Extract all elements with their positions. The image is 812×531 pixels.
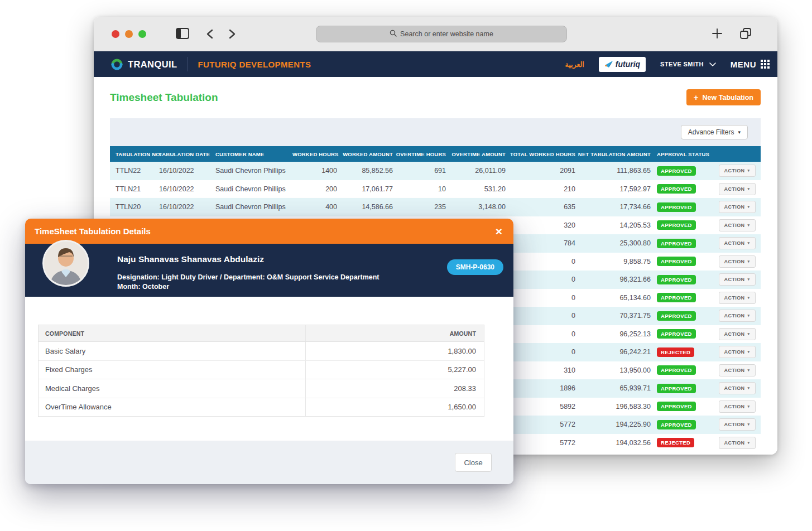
action-button[interactable]: ACTION ▾: [719, 183, 756, 195]
action-button[interactable]: ACTION ▾: [719, 328, 756, 340]
caret-down-icon: ▾: [747, 205, 749, 209]
cell-net-tabulation-amount: 25,300.80: [575, 239, 651, 247]
app-navbar: TRANQUIL FUTURIQ DEVELOPMENTS العربية fu…: [94, 51, 777, 77]
cell-total-worked-hours: 0: [506, 312, 575, 320]
brand-name: TRANQUIL: [128, 59, 177, 70]
action-button[interactable]: ACTION ▾: [719, 310, 756, 322]
minimize-window-button[interactable]: [125, 30, 133, 38]
action-label: ACTION: [724, 223, 745, 228]
components-table: COMPONENT AMOUNT Basic Salary 1,830.00 F…: [38, 325, 484, 417]
cell-net-tabulation-amount: 96,321.66: [575, 276, 651, 283]
header-overtime-hours: OVERTIME HOURS: [393, 151, 446, 157]
caret-down-icon: ▾: [747, 187, 749, 191]
menu-label: MENU: [731, 60, 756, 69]
status-badge: APPROVED: [657, 202, 696, 212]
cell-overtime-hours: 10: [393, 185, 446, 193]
cell-net-tabulation-amount: 14,205.53: [575, 221, 651, 229]
address-bar[interactable]: Search or enter website name: [316, 26, 567, 42]
header-component: COMPONENT: [39, 325, 306, 341]
zoom-window-button[interactable]: [138, 30, 146, 38]
action-button[interactable]: ACTION ▾: [719, 418, 756, 431]
back-icon[interactable]: [206, 29, 213, 41]
search-icon: [390, 30, 397, 38]
modal-title: TimeSheet Tabulation Details: [35, 226, 151, 236]
advance-filters-button[interactable]: Advance Filters ▾: [681, 125, 748, 139]
components-header-row: COMPONENT AMOUNT: [39, 325, 484, 342]
action-label: ACTION: [724, 385, 745, 391]
cell-overtime-amount: 3,148.00: [446, 203, 506, 211]
header-total-worked-hours: TOTAL WORKED HOURS: [506, 151, 575, 157]
modal-footer: Close: [25, 441, 513, 484]
language-link[interactable]: العربية: [565, 60, 584, 69]
cell-worked-amount: 17,061.77: [337, 185, 393, 193]
action-button[interactable]: ACTION ▾: [719, 201, 756, 213]
status-badge: APPROVED: [657, 384, 696, 393]
header-worked-amount: WORKED AMOUNT: [337, 151, 393, 157]
action-button[interactable]: ACTION ▾: [719, 400, 756, 413]
cell-net-tabulation-amount: 70,371.75: [575, 312, 651, 320]
employee-id-badge: SMH-P-0630: [447, 259, 503, 275]
employee-banner: Naju Shanavas Shanavas Abdulaziz Designa…: [25, 244, 513, 297]
caret-down-icon: ▾: [747, 241, 749, 245]
menu-button[interactable]: MENU: [731, 60, 770, 69]
close-window-button[interactable]: [112, 30, 119, 38]
cell-total-worked-hours: 0: [506, 258, 575, 266]
cell-total-worked-hours: 2091: [506, 167, 575, 175]
action-button[interactable]: ACTION ▾: [719, 165, 756, 177]
status-badge: REJECTED: [657, 438, 694, 447]
cell-net-tabulation-amount: 65,134.60: [575, 294, 651, 302]
cell-amount: 208.33: [306, 384, 484, 393]
action-label: ACTION: [724, 277, 745, 282]
status-badge: APPROVED: [657, 166, 696, 176]
cell-customer-name: Saudi Chevron Phillips: [215, 185, 292, 193]
status-badge: APPROVED: [657, 402, 696, 411]
tabs-overview-icon[interactable]: [739, 27, 752, 42]
table-row: TTLN20 16/10/2022 Saudi Chevron Phillips…: [110, 198, 761, 216]
caret-down-icon: ▾: [747, 386, 749, 390]
action-button[interactable]: ACTION ▾: [719, 346, 756, 358]
cell-tabulation-date: 16/10/2022: [159, 185, 215, 193]
navbar-right: العربية futuriq STEVE SMITH MENU: [565, 57, 770, 72]
cell-customer-name: Saudi Chevron Phillips: [215, 203, 292, 211]
action-button[interactable]: ACTION ▾: [719, 219, 756, 231]
action-label: ACTION: [724, 259, 745, 264]
cell-net-tabulation-amount: 96,252.13: [575, 330, 651, 338]
header-overtime-amount: OVERTIME AMOUNT: [446, 151, 506, 157]
new-tabulation-label: New Tabulation: [703, 94, 753, 102]
cell-total-worked-hours: 310: [506, 366, 575, 374]
close-button[interactable]: Close: [455, 453, 492, 472]
cell-net-tabulation-amount: 194,032.56: [575, 439, 651, 447]
close-icon[interactable]: ×: [496, 225, 502, 237]
cell-tabulation-date: 16/10/2022: [159, 167, 215, 175]
cell-worked-amount: 85,852.56: [337, 167, 393, 175]
futuriq-logo-text: futuriq: [616, 60, 640, 69]
action-button[interactable]: ACTION ▾: [719, 292, 756, 304]
cell-net-tabulation-amount: 17,592.97: [575, 185, 651, 193]
action-button[interactable]: ACTION ▾: [719, 437, 756, 449]
action-label: ACTION: [724, 295, 745, 301]
action-button[interactable]: ACTION ▾: [719, 364, 756, 376]
cell-net-tabulation-amount: 13,950.00: [575, 366, 651, 374]
action-label: ACTION: [724, 422, 745, 427]
action-button[interactable]: ACTION ▾: [719, 273, 756, 286]
new-tabulation-button[interactable]: + New Tabulation: [686, 89, 761, 105]
cell-total-worked-hours: 0: [506, 294, 575, 302]
cell-net-tabulation-amount: 196,583.30: [575, 403, 651, 411]
action-label: ACTION: [724, 240, 745, 246]
action-button[interactable]: ACTION ▾: [719, 237, 756, 249]
sidebar-toggle-icon[interactable]: [176, 28, 189, 41]
action-label: ACTION: [724, 204, 745, 210]
user-menu[interactable]: STEVE SMITH: [660, 61, 716, 67]
table-row: TTLN22 16/10/2022 Saudi Chevron Phillips…: [110, 162, 761, 180]
cell-total-worked-hours: 5772: [506, 421, 575, 428]
action-button[interactable]: ACTION ▾: [719, 382, 756, 394]
window-controls: [112, 30, 146, 38]
new-tab-icon[interactable]: [712, 28, 722, 41]
action-button[interactable]: ACTION ▾: [719, 255, 756, 268]
status-badge: APPROVED: [657, 329, 696, 339]
forward-icon[interactable]: [229, 29, 236, 41]
cell-customer-name: Saudi Chevron Phillips: [215, 167, 292, 175]
cell-component: Fixed Charges: [39, 361, 306, 379]
action-label: ACTION: [724, 368, 745, 373]
action-label: ACTION: [724, 440, 745, 446]
